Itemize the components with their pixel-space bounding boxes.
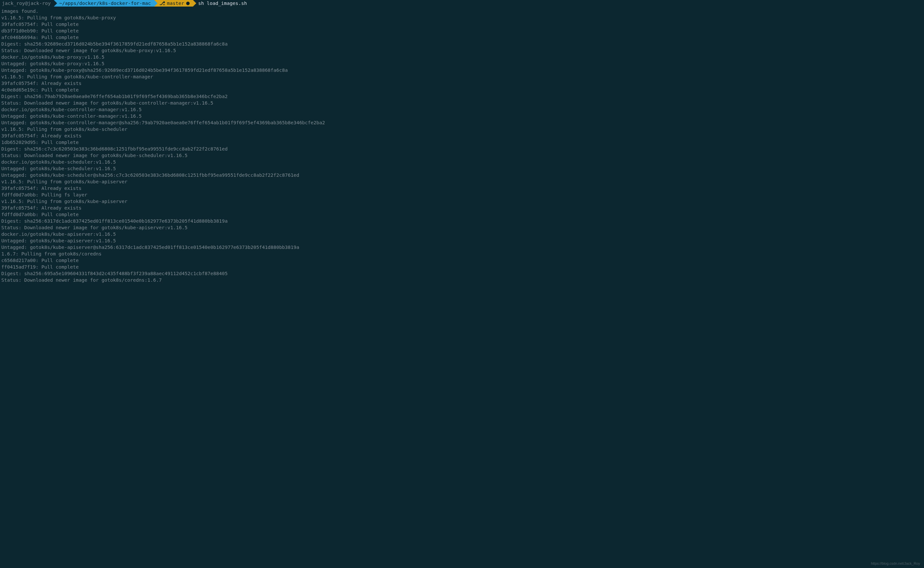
terminal[interactable]: jack_roy@jack-roy ~/apps/docker/k8s-dock… bbox=[0, 0, 924, 283]
prompt-path: ~/apps/docker/k8s-docker-for-mac bbox=[54, 0, 154, 6]
git-dirty-indicator-icon: ● bbox=[186, 0, 190, 6]
git-branch-name: master bbox=[167, 0, 184, 6]
prompt-command: sh load_images.sh bbox=[193, 0, 250, 6]
prompt-git-branch: ⎇ master ● bbox=[154, 0, 193, 6]
watermark: https://blog.csdn.net/Jack_Roy bbox=[871, 561, 920, 566]
git-branch-icon: ⎇ bbox=[159, 0, 165, 6]
prompt-line: jack_roy@jack-roy ~/apps/docker/k8s-dock… bbox=[0, 0, 924, 6]
prompt-user-host: jack_roy@jack-roy bbox=[0, 0, 54, 6]
terminal-output: images found. v1.16.5: Pulling from goto… bbox=[0, 7, 924, 283]
